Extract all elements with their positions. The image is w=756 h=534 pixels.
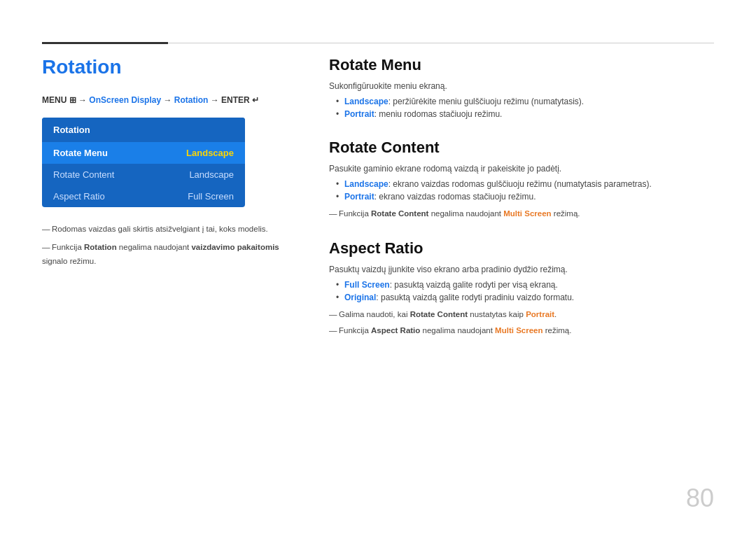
menu-row-rotate-menu-value: Landscape: [186, 148, 234, 158]
aspect-ratio-bullet-original: Original: pasuktą vaizdą galite rodyti p…: [336, 293, 714, 302]
enter-icon: ↵: [252, 95, 259, 105]
rotate-content-bullet-landscape: Landscape: ekrano vaizdas rodomas gulšči…: [336, 179, 714, 189]
section-rotate-content-intro: Pasukite gaminio ekrane rodomą vaizdą ir…: [329, 164, 714, 174]
section-rotate-content-title: Rotate Content: [329, 139, 714, 157]
footnotes: Rodomas vaizdas gali skirtis atsižvelgia…: [42, 223, 287, 268]
aspect-ratio-note-1: Galima naudoti, kai Rotate Content nusta…: [329, 308, 714, 321]
breadcrumb-link2: Rotation: [174, 95, 209, 105]
menu-row-aspect-ratio-label: Aspect Ratio: [53, 191, 105, 202]
rotate-content-bullets: Landscape: ekrano vaizdas rodomas gulšči…: [329, 179, 714, 202]
menu-row-rotate-content[interactable]: Rotate Content Landscape: [42, 164, 245, 185]
menu-row-aspect-ratio[interactable]: Aspect Ratio Full Screen: [42, 185, 245, 207]
top-bar: [42, 42, 714, 44]
menu-row-rotate-content-label: Rotate Content: [53, 169, 114, 180]
breadcrumb-link1: OnScreen Display: [89, 95, 161, 105]
breadcrumb-arrow2: →: [163, 95, 174, 105]
menu-row-rotate-content-value: Landscape: [189, 169, 234, 180]
breadcrumb: MENU ⊞ → OnScreen Display → Rotation → E…: [42, 95, 287, 105]
rotate-menu-bullet-landscape: Landscape: peržiūrėkite meniu gulščiuoju…: [336, 97, 714, 106]
breadcrumb-arrow3: → ENTER: [211, 95, 252, 105]
menu-box: Rotation Rotate Menu Landscape Rotate Co…: [42, 118, 245, 207]
aspect-ratio-bullet-fullscreen: Full Screen: pasuktą vaizdą galite rodyt…: [336, 280, 714, 290]
right-panel: Rotate Menu Sukonfigūruokite meniu ekran…: [329, 56, 714, 356]
left-panel: Rotation MENU ⊞ → OnScreen Display → Rot…: [42, 56, 287, 272]
menu-row-aspect-ratio-value: Full Screen: [188, 191, 234, 202]
aspect-ratio-note-2: Funkcija Aspect Ratio negalima naudojant…: [329, 324, 714, 337]
section-aspect-ratio-intro: Pasuktų vaizdų įjunkite viso ekrano arba…: [329, 265, 714, 274]
section-rotate-menu-title: Rotate Menu: [329, 56, 714, 74]
rotate-content-note: Funkcija Rotate Content negalima naudoja…: [329, 207, 714, 220]
menu-row-rotate-menu-label: Rotate Menu: [53, 148, 108, 158]
menu-row-rotate-menu[interactable]: Rotate Menu Landscape: [42, 142, 245, 164]
rotate-menu-bullet-portrait: Portrait: meniu rodomas stačiuoju režimu…: [336, 109, 714, 119]
footnote-2: Funkcija Rotation negalima naudojant vai…: [42, 241, 287, 269]
section-rotate-content: Rotate Content Pasukite gaminio ekrane r…: [329, 139, 714, 220]
section-rotate-menu: Rotate Menu Sukonfigūruokite meniu ekran…: [329, 56, 714, 119]
breadcrumb-prefix: MENU: [42, 95, 69, 105]
rotate-menu-bullets: Landscape: peržiūrėkite meniu gulščiuoju…: [329, 97, 714, 119]
footnote-1: Rodomas vaizdas gali skirtis atsižvelgia…: [42, 223, 287, 237]
section-aspect-ratio: Aspect Ratio Pasuktų vaizdų įjunkite vis…: [329, 239, 714, 337]
page-title: Rotation: [42, 56, 287, 78]
menu-icon: ⊞: [69, 95, 76, 105]
section-rotate-menu-intro: Sukonfigūruokite meniu ekraną.: [329, 81, 714, 91]
page-number: 80: [686, 484, 714, 513]
top-bar-line: [168, 43, 714, 43]
breadcrumb-arrow1: →: [78, 95, 89, 105]
rotate-content-bullet-portrait: Portrait: ekrano vaizdas rodomas stačiuo…: [336, 192, 714, 202]
aspect-ratio-bullets: Full Screen: pasuktą vaizdą galite rodyt…: [329, 280, 714, 302]
menu-box-header: Rotation: [42, 118, 245, 142]
section-aspect-ratio-title: Aspect Ratio: [329, 239, 714, 258]
top-bar-accent: [42, 42, 168, 44]
